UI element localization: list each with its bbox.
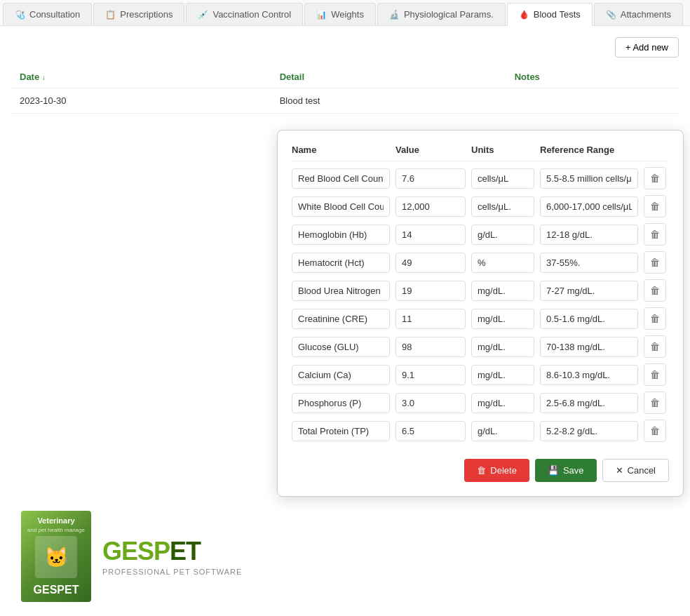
test-units-input-1[interactable] [471, 196, 534, 217]
test-value-input-9[interactable] [395, 421, 466, 441]
test-value-input-5[interactable] [395, 309, 466, 329]
tab-prescriptions[interactable]: 📋 Prescriptions [93, 3, 184, 25]
tab-consultation[interactable]: 🩺 Consultation [3, 3, 92, 25]
test-value-input-8[interactable] [395, 393, 466, 413]
save-icon: 💾 [548, 465, 559, 476]
delete-row-button-0[interactable]: 🗑 [644, 167, 666, 189]
add-new-button[interactable]: + Add new [615, 37, 679, 58]
product-box-sub: and pet health manage [27, 527, 85, 533]
test-name-input-3[interactable] [292, 253, 390, 273]
logo-text-dark: ET [170, 537, 201, 566]
test-range-input-6[interactable] [540, 337, 638, 357]
cancel-icon: ✕ [616, 465, 623, 476]
test-units-input-5[interactable] [471, 309, 534, 329]
test-name-input-0[interactable] [292, 168, 390, 189]
test-range-input-0[interactable] [540, 168, 638, 189]
col-detail: Detail [271, 66, 506, 88]
tab-bar: 🩺 Consultation 📋 Prescriptions 💉 Vaccina… [0, 0, 690, 26]
delete-row-button-8[interactable]: 🗑 [644, 391, 666, 414]
logo-text-area: GESP ET PROFESSIONAL PET SOFTWARE [102, 537, 242, 576]
tab-blood-tests[interactable]: 🩸 Blood Tests [507, 3, 593, 26]
logo-area: Veterinary and pet health manage 🐱 GESPE… [21, 511, 242, 602]
test-row: 🗑 [292, 167, 669, 189]
test-value-input-7[interactable] [395, 365, 466, 385]
delete-row-button-7[interactable]: 🗑 [644, 363, 666, 386]
cat-image: 🐱 [35, 536, 77, 578]
modal-rows-container: 🗑 🗑 🗑 🗑 🗑 [292, 167, 669, 448]
test-row: 🗑 [292, 307, 669, 330]
test-units-input-7[interactable] [471, 365, 534, 385]
test-row: 🗑 [292, 420, 669, 442]
test-range-input-7[interactable] [540, 365, 638, 385]
test-row: 🗑 [292, 195, 669, 217]
physiological-icon: 🔬 [389, 10, 400, 20]
table-row: 2023-10-30 Blood test [11, 88, 679, 114]
test-units-input-2[interactable] [471, 225, 534, 245]
test-range-input-8[interactable] [540, 393, 638, 413]
test-range-input-5[interactable] [540, 309, 638, 329]
logo-text-green: GESP [102, 537, 170, 566]
product-box-title: Veterinary [37, 516, 74, 525]
blood-test-modal: Name Value Units Reference Range 🗑 🗑 🗑 [277, 130, 684, 497]
delete-row-button-3[interactable]: 🗑 [644, 251, 666, 274]
test-row: 🗑 [292, 363, 669, 386]
delete-row-button-2[interactable]: 🗑 [644, 223, 666, 246]
test-units-input-6[interactable] [471, 337, 534, 357]
toolbar: + Add new [11, 37, 679, 58]
delete-row-button-4[interactable]: 🗑 [644, 279, 666, 302]
test-range-input-1[interactable] [540, 196, 638, 217]
delete-row-button-6[interactable]: 🗑 [644, 335, 666, 358]
tab-physiological[interactable]: 🔬 Physiological Params. [377, 3, 506, 25]
blood-tests-icon: 🩸 [519, 10, 529, 20]
save-button[interactable]: 💾 Save [535, 459, 597, 482]
test-name-input-9[interactable] [292, 421, 390, 441]
modal-footer: 🗑 Delete 💾 Save ✕ Cancel [292, 459, 669, 482]
attachments-icon: 📎 [606, 10, 616, 20]
test-units-input-8[interactable] [471, 393, 534, 413]
delete-button[interactable]: 🗑 Delete [464, 459, 529, 482]
test-range-input-4[interactable] [540, 281, 638, 301]
weights-icon: 📊 [316, 10, 327, 20]
cancel-button[interactable]: ✕ Cancel [602, 459, 669, 482]
tab-attachments[interactable]: 📎 Attachments [594, 3, 683, 25]
test-units-input-4[interactable] [471, 281, 534, 301]
tab-vaccination[interactable]: 💉 Vaccination Control [186, 3, 303, 25]
cell-date: 2023-10-30 [11, 88, 271, 114]
test-name-input-5[interactable] [292, 309, 390, 329]
blood-tests-table: Date ↓ Detail Notes 2023-10-30 Blood tes… [11, 66, 679, 114]
test-name-input-6[interactable] [292, 337, 390, 357]
col-date[interactable]: Date ↓ [11, 66, 271, 88]
test-name-input-1[interactable] [292, 196, 390, 217]
test-units-input-9[interactable] [471, 421, 534, 441]
test-value-input-0[interactable] [395, 168, 466, 189]
modal-column-headers: Name Value Units Reference Range [292, 145, 669, 161]
test-row: 🗑 [292, 251, 669, 274]
delete-row-button-9[interactable]: 🗑 [644, 420, 666, 442]
trash-icon: 🗑 [477, 465, 486, 476]
test-name-input-4[interactable] [292, 281, 390, 301]
test-value-input-2[interactable] [395, 225, 466, 245]
cell-notes [506, 88, 679, 114]
test-row: 🗑 [292, 279, 669, 302]
tab-weights[interactable]: 📊 Weights [304, 3, 376, 25]
test-value-input-3[interactable] [395, 253, 466, 273]
delete-row-button-5[interactable]: 🗑 [644, 307, 666, 330]
test-name-input-7[interactable] [292, 365, 390, 385]
test-units-input-0[interactable] [471, 168, 534, 189]
test-value-input-1[interactable] [395, 196, 466, 217]
test-range-input-2[interactable] [540, 225, 638, 245]
test-row: 🗑 [292, 391, 669, 414]
test-units-input-3[interactable] [471, 253, 534, 273]
app-container: 🩺 Consultation 📋 Prescriptions 💉 Vaccina… [0, 0, 690, 616]
product-box-logo-text: GESPET [34, 584, 79, 596]
test-name-input-2[interactable] [292, 225, 390, 245]
test-range-input-3[interactable] [540, 253, 638, 273]
test-value-input-6[interactable] [395, 337, 466, 357]
test-row: 🗑 [292, 335, 669, 358]
prescriptions-icon: 📋 [105, 10, 116, 20]
delete-row-button-1[interactable]: 🗑 [644, 195, 666, 217]
test-value-input-4[interactable] [395, 281, 466, 301]
test-row: 🗑 [292, 223, 669, 246]
test-range-input-9[interactable] [540, 421, 638, 441]
test-name-input-8[interactable] [292, 393, 390, 413]
